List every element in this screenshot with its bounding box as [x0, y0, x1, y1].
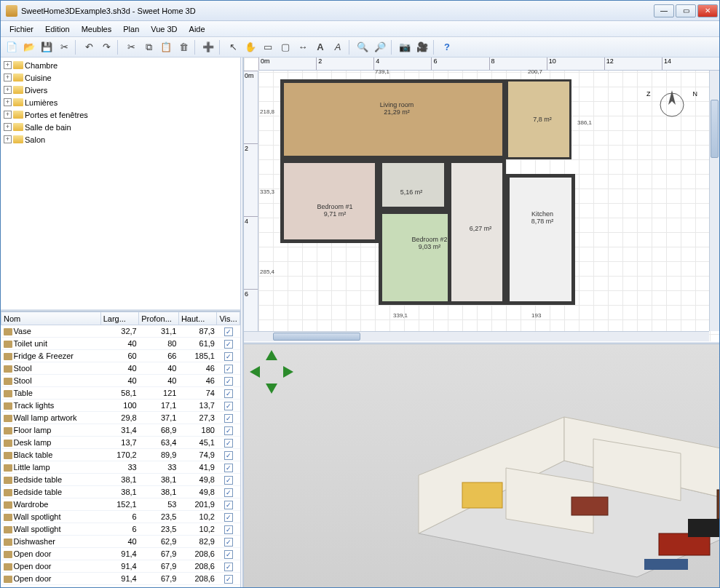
- table-row[interactable]: Wall spotlight623,510,2✓: [1, 523, 240, 536]
- table-row[interactable]: Bedside table38,138,149,8✓: [1, 486, 240, 498]
- col-profon[interactable]: Profon...: [139, 312, 179, 325]
- expand-icon[interactable]: +: [4, 111, 12, 119]
- plan-scrollbar-h[interactable]: [244, 331, 709, 341]
- col-larg[interactable]: Larg...: [100, 312, 139, 325]
- expand-icon[interactable]: +: [4, 86, 12, 94]
- video-icon[interactable]: 🎥: [414, 39, 430, 55]
- nav-right-icon[interactable]: [283, 366, 293, 378]
- visible-checkbox[interactable]: ✓: [224, 352, 233, 361]
- menu-vue3d[interactable]: Vue 3D: [145, 23, 183, 36]
- expand-icon[interactable]: +: [4, 74, 12, 82]
- nav-left-icon[interactable]: [250, 366, 260, 378]
- maximize-button[interactable]: ▭: [676, 4, 696, 17]
- table-row[interactable]: Floor lamp31,468,9180✓: [1, 424, 240, 437]
- text-icon[interactable]: A: [312, 39, 328, 55]
- catalog-tree[interactable]: +Chambre+Cuisine+Divers+Lumières+Portes …: [1, 57, 240, 309]
- tree-item[interactable]: +Cuisine: [2, 71, 239, 84]
- nav-up-icon[interactable]: [266, 350, 277, 360]
- table-row[interactable]: Vase32,731,187,3✓: [1, 325, 240, 338]
- visible-checkbox[interactable]: ✓: [224, 439, 233, 448]
- visible-checkbox[interactable]: ✓: [224, 327, 233, 336]
- visible-checkbox[interactable]: ✓: [224, 377, 233, 386]
- table-row[interactable]: Little lamp333341,9✓: [1, 461, 240, 474]
- plan-view[interactable]: 0m2468101214 0m2468 Living room 21,29 m²: [244, 57, 719, 341]
- save-icon[interactable]: 💾: [39, 39, 55, 55]
- table-row[interactable]: Dishwasher4062,982,9✓: [1, 536, 240, 548]
- menu-fichier[interactable]: Fichier: [4, 23, 39, 36]
- visible-checkbox[interactable]: ✓: [224, 464, 233, 472]
- col-vis[interactable]: Vis...: [217, 312, 240, 325]
- cut-icon[interactable]: ✂: [123, 39, 139, 55]
- expand-icon[interactable]: +: [4, 98, 12, 106]
- table-row[interactable]: Wall lamp artwork29,837,127,3✓: [1, 412, 240, 424]
- visible-checkbox[interactable]: ✓: [224, 550, 233, 559]
- table-row[interactable]: Table58,112174✓: [1, 387, 240, 400]
- table-row[interactable]: Track lights10017,113,7✓: [1, 400, 240, 412]
- visible-checkbox[interactable]: ✓: [224, 365, 233, 373]
- menu-aide[interactable]: Aide: [183, 23, 211, 36]
- zoom-out-icon[interactable]: 🔎: [372, 39, 388, 55]
- table-row[interactable]: Open door91,467,9208,6✓: [1, 573, 240, 585]
- undo-icon[interactable]: ↶: [81, 39, 97, 55]
- visible-checkbox[interactable]: ✓: [224, 501, 233, 509]
- visible-checkbox[interactable]: ✓: [224, 340, 233, 349]
- nav-down-icon[interactable]: [266, 384, 277, 394]
- prefs-icon[interactable]: ✂: [56, 39, 72, 55]
- table-row[interactable]: Stool404046✓: [1, 375, 240, 387]
- expand-icon[interactable]: +: [4, 135, 12, 143]
- tree-item[interactable]: +Divers: [2, 84, 239, 96]
- open-icon[interactable]: 📂: [21, 39, 37, 55]
- table-row[interactable]: Desk lamp13,763,445,1✓: [1, 437, 240, 449]
- table-row[interactable]: Open door91,467,9208,6✓: [1, 560, 240, 573]
- floorplan[interactable]: Living room 21,29 m² 7,8 m² Bedroom #1 9…: [280, 79, 586, 319]
- visible-checkbox[interactable]: ✓: [224, 525, 233, 534]
- visible-checkbox[interactable]: ✓: [224, 575, 233, 584]
- visible-checkbox[interactable]: ✓: [224, 488, 233, 497]
- view-3d[interactable]: [244, 344, 719, 587]
- visible-checkbox[interactable]: ✓: [224, 513, 233, 522]
- pan-icon[interactable]: ✋: [242, 39, 258, 55]
- tree-item[interactable]: +Chambre: [2, 59, 239, 71]
- delete-icon[interactable]: 🗑: [175, 39, 191, 55]
- visible-checkbox[interactable]: ✓: [224, 451, 233, 460]
- table-row[interactable]: Fridge & Freezer6066185,1✓: [1, 350, 240, 362]
- table-row[interactable]: Open door91,467,9208,6✓: [1, 548, 240, 560]
- expand-icon[interactable]: +: [4, 123, 12, 131]
- redo-icon[interactable]: ↷: [98, 39, 114, 55]
- copy-icon[interactable]: ⧉: [141, 39, 157, 55]
- add-furniture-icon[interactable]: ➕: [200, 39, 216, 55]
- col-haut[interactable]: Haut...: [178, 312, 217, 325]
- table-row[interactable]: Wardrobe152,153201,9✓: [1, 498, 240, 511]
- table-row[interactable]: Black table170,289,974,9✓: [1, 449, 240, 461]
- menu-meubles[interactable]: Meubles: [76, 23, 118, 36]
- col-nom[interactable]: Nom: [1, 312, 101, 325]
- photo-icon[interactable]: 📷: [397, 39, 413, 55]
- visible-checkbox[interactable]: ✓: [224, 426, 233, 435]
- tree-item[interactable]: +Portes et fenêtres: [2, 108, 239, 121]
- plan-scrollbar-v[interactable]: [709, 71, 719, 331]
- tree-item[interactable]: +Lumières: [2, 96, 239, 108]
- text2-icon[interactable]: A: [330, 39, 346, 55]
- visible-checkbox[interactable]: ✓: [224, 389, 233, 398]
- table-row[interactable]: Bedside table38,138,149,8✓: [1, 474, 240, 486]
- paste-icon[interactable]: 📋: [158, 39, 174, 55]
- visible-checkbox[interactable]: ✓: [224, 402, 233, 410]
- new-icon[interactable]: 📄: [4, 39, 20, 55]
- table-row[interactable]: Stool404046✓: [1, 362, 240, 375]
- compass-icon[interactable]: Z N: [654, 87, 690, 123]
- close-button[interactable]: ✕: [697, 4, 718, 17]
- table-row[interactable]: Toilet unit408061,9✓: [1, 338, 240, 350]
- zoom-in-icon[interactable]: 🔍: [355, 39, 371, 55]
- walls-icon[interactable]: ▭: [260, 39, 276, 55]
- visible-checkbox[interactable]: ✓: [224, 476, 233, 485]
- nav-3d-arrows[interactable]: [250, 350, 293, 394]
- visible-checkbox[interactable]: ✓: [224, 414, 233, 423]
- rooms-icon[interactable]: ▢: [277, 39, 293, 55]
- expand-icon[interactable]: +: [4, 61, 12, 69]
- visible-checkbox[interactable]: ✓: [224, 538, 233, 547]
- tree-item[interactable]: +Salon: [2, 133, 239, 146]
- furniture-table[interactable]: Nom Larg... Profon... Haut... Vis... Vas…: [1, 311, 240, 587]
- minimize-button[interactable]: —: [654, 4, 674, 17]
- dimensions-icon[interactable]: ↔: [295, 39, 311, 55]
- select-icon[interactable]: ↖: [225, 39, 241, 55]
